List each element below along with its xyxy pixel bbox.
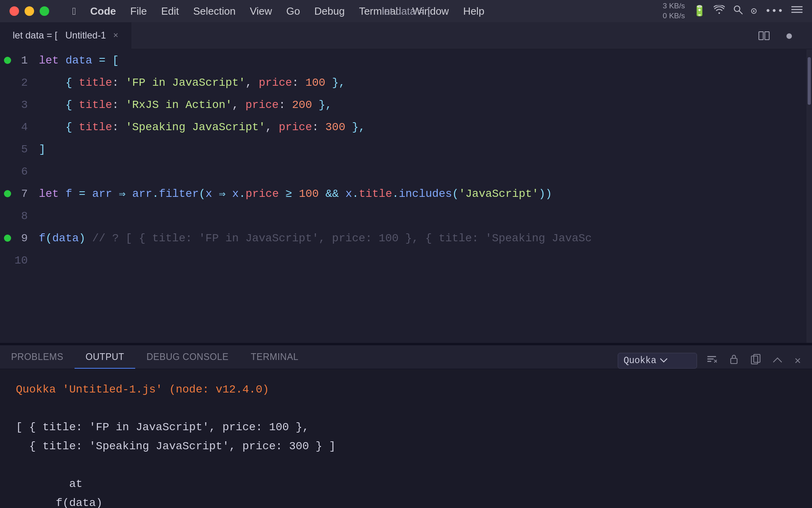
tabbar: let data = [ Untitled-1 × ● <box>0 22 812 49</box>
more-icon[interactable]: ••• <box>765 5 783 17</box>
prop-title-7: title <box>359 188 392 200</box>
op-eq-7: = <box>79 188 86 200</box>
num-200: 200 <box>292 99 312 111</box>
menu-debug[interactable]: Debug <box>307 4 352 19</box>
menu-go[interactable]: Go <box>279 4 307 19</box>
space-2 <box>326 77 332 89</box>
menu-view[interactable]: View <box>243 4 279 19</box>
control-center-icon[interactable]: ⊙ <box>751 5 757 17</box>
tab-label: let data = [ Untitled-1 <box>13 30 106 41</box>
lock-output-button[interactable] <box>726 352 741 369</box>
menu-help[interactable]: Help <box>456 4 491 19</box>
line-1-gutter: 1 <box>0 49 36 71</box>
op-gte: ≥ <box>285 188 292 200</box>
space-4 <box>345 121 352 133</box>
scroll-up-button[interactable] <box>770 353 785 368</box>
editor-scrollbar[interactable] <box>806 49 812 343</box>
copy-output-button[interactable] <box>748 352 764 369</box>
var-arr-7b: arr <box>132 188 152 200</box>
minimize-button[interactable] <box>25 6 34 16</box>
menu-code[interactable]: Code <box>83 4 123 19</box>
chevron-down-icon <box>660 358 667 363</box>
tab-debug-console[interactable]: DEBUG CONSOLE <box>135 346 239 369</box>
plain-3 <box>105 54 112 67</box>
plain-7g <box>226 188 232 200</box>
tab-untitled-1[interactable]: let data = [ Untitled-1 × <box>0 22 131 49</box>
close-panel-button[interactable]: × <box>791 353 804 369</box>
plain-7f <box>212 188 219 200</box>
empty-10 <box>39 254 46 267</box>
fdata-text: f(data) <box>56 497 109 508</box>
clear-output-button[interactable] <box>703 353 720 368</box>
dot-button[interactable]: ● <box>785 28 802 43</box>
plain-7i <box>292 188 299 200</box>
line-10-number: 10 <box>14 254 28 267</box>
tab-problems[interactable]: PROBLEMS <box>0 346 75 369</box>
search-icon[interactable] <box>733 4 743 18</box>
scrollbar-thumb[interactable] <box>808 57 811 105</box>
paren-close-9: ) <box>79 232 86 244</box>
brace-close-4: }, <box>352 121 366 133</box>
menu-edit[interactable]: Edit <box>154 4 186 19</box>
tab-actions: ● <box>758 28 812 43</box>
result-9: [ { title: 'FP in JavaScript', price: 10… <box>125 232 592 244</box>
menu-file[interactable]: File <box>123 4 154 19</box>
dot-7d: . <box>392 188 399 200</box>
plain-1 <box>59 54 65 67</box>
code-line-10 <box>36 249 806 271</box>
code-content[interactable]: let data = [ { title : 'FP in JavaScript… <box>36 49 806 343</box>
line-3-number: 3 <box>21 99 28 111</box>
var-arr: arr <box>92 188 112 200</box>
tab-close-icon[interactable]: × <box>113 30 118 40</box>
prop-price-4: price <box>279 121 312 133</box>
colon-3: : <box>112 99 126 111</box>
prop-price-7: price <box>245 188 279 200</box>
plain-7a <box>59 188 65 200</box>
menubar:  Code File Edit Selection View Go Debug… <box>0 0 812 22</box>
prop-title-2: title <box>79 77 112 89</box>
str-speaking: 'Speaking JavaScript' <box>125 121 265 133</box>
menu-apple[interactable]:  <box>65 4 83 19</box>
plain-7b <box>72 188 79 200</box>
window-title: let data = [ <box>382 5 430 17</box>
output-source-dropdown[interactable]: Quokka <box>618 353 697 369</box>
code-line-5: ] <box>36 138 806 160</box>
line-8-gutter: 8 <box>0 205 36 227</box>
brace-close-3: }, <box>319 99 332 111</box>
comma-2a: , <box>245 77 259 89</box>
tab-output[interactable]: OUTPUT <box>75 346 136 369</box>
menubar-right: 3 KB/s 0 KB/s 🔋 ⊙ ••• <box>663 1 802 21</box>
indent-3 <box>39 99 65 111</box>
panel-tabbar: PROBLEMS OUTPUT DEBUG CONSOLE TERMINAL Q… <box>0 345 812 369</box>
space-3 <box>312 99 319 111</box>
var-x-7a: x <box>205 188 212 200</box>
svg-rect-9 <box>707 361 711 362</box>
list-icon[interactable] <box>791 5 802 17</box>
line-gutter: 1 2 3 4 5 6 7 8 9 <box>0 49 36 343</box>
menu-selection[interactable]: Selection <box>186 4 243 19</box>
op-arrow-7b: ⇒ <box>219 187 226 200</box>
brace-close-2: }, <box>332 77 345 89</box>
paren-open-7: ( <box>199 188 205 200</box>
dot-7c: . <box>352 188 359 200</box>
split-editor-button[interactable] <box>758 31 779 40</box>
line-1-number: 1 <box>21 54 28 67</box>
dot-7a: . <box>152 188 159 200</box>
close-button[interactable] <box>10 6 19 16</box>
dot-7b: . <box>239 188 245 200</box>
line-9-number: 9 <box>21 232 28 244</box>
battery-icon: 🔋 <box>693 5 706 17</box>
plain-7c <box>86 188 92 200</box>
plain-9a <box>86 232 92 244</box>
svg-rect-7 <box>707 356 716 357</box>
tab-terminal[interactable]: TERMINAL <box>240 346 310 369</box>
prop-price-3: price <box>245 99 279 111</box>
code-line-7: let f = arr ⇒ arr . filter ( x ⇒ x . pri… <box>36 183 806 205</box>
line-4-gutter: 4 <box>0 116 36 138</box>
prop-title-4: title <box>79 121 112 133</box>
plain-7j <box>319 188 326 200</box>
plain-7d <box>112 188 119 200</box>
maximize-button[interactable] <box>40 6 49 16</box>
fn-includes: includes <box>399 188 452 200</box>
empty-6 <box>39 165 46 178</box>
